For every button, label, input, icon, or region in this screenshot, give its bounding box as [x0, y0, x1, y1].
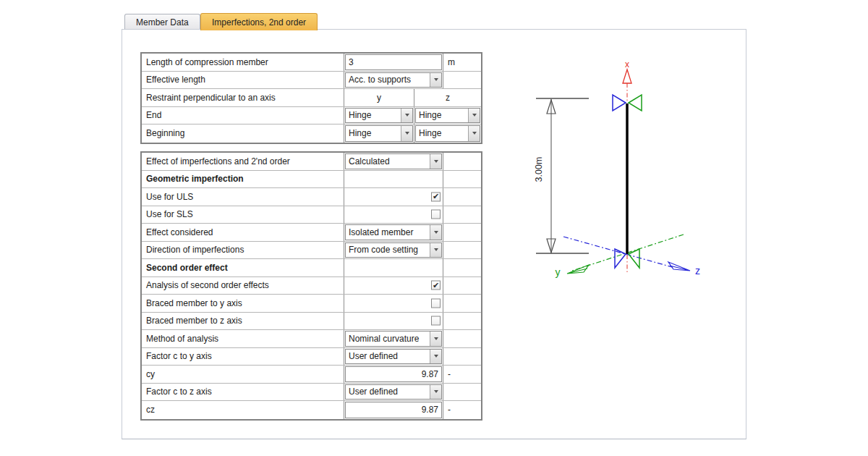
axis-z-header: z	[414, 89, 481, 106]
row-label: Factor c to z axis	[142, 384, 344, 401]
dropdown-arrow-icon[interactable]	[430, 243, 441, 258]
table-row: Braced member to y axis	[142, 295, 481, 313]
unit-cell: -	[443, 401, 481, 419]
dropdown[interactable]: Hinge	[345, 108, 413, 124]
numeric-value[interactable]: 9.87	[345, 366, 442, 382]
value-cell: ✔	[344, 188, 443, 206]
axis-z-arrow	[668, 262, 690, 271]
table-row: Factor c to y axisUser defined	[142, 348, 481, 366]
checkbox[interactable]: ✔	[431, 192, 441, 201]
arrow-glyph	[472, 132, 477, 135]
value-cell: Acc. to supports	[344, 72, 443, 89]
dropdown-arrow-icon[interactable]	[430, 73, 441, 88]
tab-label: Imperfections, 2nd order	[212, 17, 306, 28]
dropdown-arrow-icon[interactable]	[401, 126, 412, 141]
dropdown-arrow-icon[interactable]	[401, 109, 412, 123]
table-row: Length of compression member3m	[142, 54, 481, 72]
tab-imperfections-2nd-order[interactable]: Imperfections, 2nd order	[200, 13, 318, 30]
row-label: cy	[142, 366, 344, 383]
dropdown-value: Hinge	[419, 128, 453, 138]
value-cell	[344, 259, 443, 276]
table-row: Use for ULS✔	[142, 188, 481, 206]
unit-cell	[443, 242, 481, 259]
dropdown[interactable]: Isolated member	[345, 224, 442, 240]
unit-cell	[443, 259, 481, 276]
checkbox[interactable]	[431, 316, 441, 326]
value-cell: 3	[344, 54, 443, 71]
row-label: Effect considered	[142, 224, 344, 241]
unit-cell	[443, 330, 481, 347]
value-cell-z: Hinge	[414, 124, 481, 143]
arrow-glyph	[434, 231, 438, 234]
axis-x-arrow	[623, 69, 631, 83]
dropdown[interactable]: From code setting	[345, 242, 442, 258]
dropdown-arrow-icon[interactable]	[430, 225, 441, 240]
numeric-value[interactable]: 9.87	[345, 402, 442, 418]
dropdown-value: Acc. to supports	[349, 75, 422, 85]
unit-cell: -	[443, 366, 481, 383]
dropdown[interactable]: Nominal curvature	[345, 331, 442, 347]
table-row: Second order effect	[142, 259, 481, 277]
row-label: Geometric imperfection	[142, 171, 344, 188]
row-label: Effect of imperfections and 2'nd order	[142, 153, 344, 170]
unit-cell	[443, 188, 481, 206]
row-label: Second order effect	[142, 259, 344, 276]
arrow-glyph	[434, 160, 438, 163]
table-row: cy9.87-	[142, 366, 481, 384]
dropdown[interactable]: Calculated	[345, 153, 442, 169]
support-hinge-top-z-icon	[629, 95, 642, 111]
dropdown[interactable]: User defined	[345, 384, 442, 400]
settings-panel: Length of compression member3mEffective …	[122, 29, 746, 439]
table-row: cz9.87-	[142, 401, 481, 419]
value-cell: Calculated	[344, 153, 443, 170]
arrow-glyph	[434, 248, 438, 251]
checkbox[interactable]	[431, 210, 441, 219]
arrow-glyph	[472, 114, 477, 117]
table-row: Geometric imperfection	[142, 171, 481, 189]
arrow-glyph	[434, 390, 438, 393]
dropdown[interactable]: User defined	[345, 349, 442, 365]
unit-cell	[443, 348, 481, 366]
dropdown-value: From code setting	[349, 245, 430, 255]
checkbox[interactable]	[431, 298, 441, 308]
dropdown-arrow-icon[interactable]	[430, 154, 441, 169]
imperfections-table: Effect of imperfections and 2'nd orderCa…	[140, 151, 482, 421]
geometry-table: Length of compression member3mEffective …	[140, 52, 482, 144]
value-cell-y: Hinge	[344, 107, 414, 124]
dropdown[interactable]: Hinge	[415, 108, 480, 124]
dropdown-arrow-icon[interactable]	[430, 385, 441, 400]
table-row: Direction of imperfectionsFrom code sett…	[142, 242, 481, 260]
dropdown[interactable]: Acc. to supports	[345, 72, 442, 88]
support-hinge-top-y-icon	[613, 95, 626, 111]
arrow-glyph	[434, 78, 438, 81]
table-row: Factor c to z axisUser defined	[142, 384, 481, 402]
unit-cell	[443, 224, 481, 241]
table-row: BeginningHingeHinge	[142, 124, 481, 143]
value-cell: User defined	[344, 384, 443, 401]
row-label: Use for SLS	[142, 206, 344, 224]
checkbox[interactable]: ✔	[431, 281, 441, 290]
dropdown[interactable]: Hinge	[345, 125, 413, 142]
value-cell-z: Hinge	[414, 107, 481, 124]
dropdown-arrow-icon[interactable]	[430, 350, 441, 364]
row-label: cz	[142, 401, 344, 419]
dropdown-value: Calculated	[349, 156, 401, 166]
unit-cell: m	[443, 54, 481, 71]
dropdown-arrow-icon[interactable]	[468, 126, 480, 141]
arrow-glyph	[434, 337, 438, 340]
row-label: Analysis of second order effects	[142, 277, 344, 295]
dimension-label: 3.00m	[534, 157, 544, 182]
row-label: Beginning	[142, 124, 344, 143]
dropdown-arrow-icon[interactable]	[430, 332, 441, 346]
row-label: Restraint perpendicular to an axis	[142, 89, 344, 106]
dropdown-value: Hinge	[349, 128, 383, 138]
tab-member-data[interactable]: Member Data	[124, 14, 200, 30]
row-label: Braced member to y axis	[142, 295, 344, 312]
row-label: Braced member to z axis	[142, 313, 344, 330]
value-cell: Nominal curvature	[344, 330, 443, 347]
length-input[interactable]: 3	[345, 54, 442, 70]
row-label: Length of compression member	[142, 54, 344, 71]
dropdown[interactable]: Hinge	[415, 125, 480, 142]
column-diagram: 3.00m x y z	[507, 44, 731, 290]
dropdown-arrow-icon[interactable]	[468, 109, 480, 123]
